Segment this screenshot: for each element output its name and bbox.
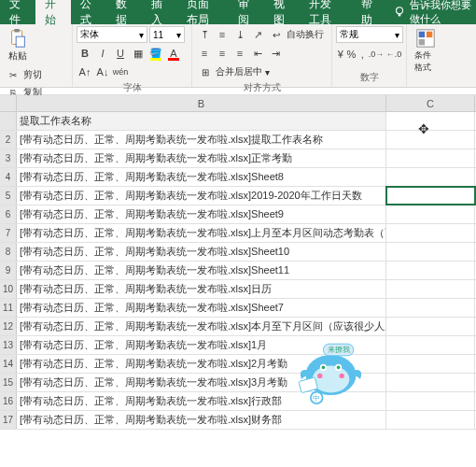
dec-dec-button[interactable]: ←.0 xyxy=(385,46,402,63)
chevron-down-icon: ▾ xyxy=(139,30,144,40)
percent-button[interactable]: % xyxy=(346,46,357,63)
cell[interactable]: [带有动态日历、正常、周期考勤表统一发布啦.xlsx]Sheet8 xyxy=(17,168,386,186)
merge-button[interactable]: ⊞合并后居中▾ xyxy=(196,64,328,80)
orientation-button[interactable]: ↗ xyxy=(249,26,266,43)
align-right-button[interactable]: ≡ xyxy=(231,45,248,62)
cell[interactable]: [带有动态日历、正常、周期考勤表统一发布啦.xlsx]Sheet11 xyxy=(17,262,386,279)
cell[interactable]: [带有动态日历、正常、周期考勤表统一发布啦.xlsx]Sheet9 xyxy=(17,205,386,223)
underline-button[interactable]: U xyxy=(112,45,129,62)
border-button[interactable]: ▦ xyxy=(130,45,147,62)
chevron-down-icon: ▾ xyxy=(265,67,270,78)
row-header[interactable]: 9 xyxy=(0,262,17,279)
chevron-down-icon: ▾ xyxy=(395,30,399,40)
align-bottom-button[interactable]: ⤓ xyxy=(231,26,248,43)
font-grow-button[interactable]: A↑ xyxy=(77,64,93,80)
row-header[interactable]: 14 xyxy=(0,355,17,373)
align-middle-button[interactable]: ≡ xyxy=(214,26,231,43)
paste-button[interactable]: 粘贴 xyxy=(4,26,32,64)
number-format-select[interactable]: 常规▾ xyxy=(336,26,403,43)
italic-button[interactable]: I xyxy=(94,45,111,62)
wrap-icon: ↩ xyxy=(269,27,284,42)
cut-button[interactable]: ✂剪切 xyxy=(4,66,53,83)
cell[interactable] xyxy=(386,224,475,242)
cell[interactable] xyxy=(386,168,475,186)
cell[interactable] xyxy=(386,411,475,429)
row-header[interactable]: 16 xyxy=(0,392,17,410)
comma-button[interactable]: , xyxy=(357,46,367,63)
row-header[interactable]: 3 xyxy=(0,149,17,167)
cell[interactable]: [带有动态日历、正常、周期考勤表统一发布啦.xlsx]Sheet10 xyxy=(17,243,386,261)
col-header-b[interactable]: B xyxy=(17,95,386,111)
cell[interactable] xyxy=(386,262,475,279)
font-shrink-button[interactable]: A↓ xyxy=(94,64,111,80)
row-header[interactable]: 4 xyxy=(0,168,17,186)
wrap-text-button[interactable]: ↩自动换行 xyxy=(267,26,326,43)
row-header[interactable]: 17 xyxy=(0,411,17,429)
fill-color-button[interactable]: 🪣 xyxy=(147,45,164,62)
cell[interactable]: 提取工作表名称 xyxy=(17,112,386,130)
row-header[interactable]: 11 xyxy=(0,299,17,317)
row-header[interactable]: 7 xyxy=(0,224,17,242)
cell[interactable]: [带有动态日历、正常、周期考勤表统一发布啦.xlsx]日历 xyxy=(17,280,386,298)
svg-point-12 xyxy=(322,366,326,370)
row-header[interactable]: 12 xyxy=(0,318,17,335)
number-label: 数字 xyxy=(336,70,402,85)
cell[interactable] xyxy=(386,280,475,298)
col-header-c[interactable]: C xyxy=(386,95,475,111)
cell[interactable] xyxy=(386,374,475,391)
cond-format-button[interactable]: 条件格式 xyxy=(411,26,441,76)
phonetic-button[interactable]: wén xyxy=(112,64,129,80)
align-top-button[interactable]: ⤒ xyxy=(196,26,213,43)
cell[interactable] xyxy=(386,205,475,223)
menu-tabs: 文件 开始 公式 数据 插入 页面布局 审阅 视图 开发工具 帮助 告诉我你想要… xyxy=(0,0,476,24)
bold-button[interactable]: B xyxy=(77,45,93,62)
font-label: 字体 xyxy=(77,80,188,95)
cell[interactable] xyxy=(386,243,475,261)
cell[interactable]: [带有动态日历、正常、周期考勤表统一发布啦.xlsx]正常考勤 xyxy=(17,149,386,167)
cell[interactable]: [带有动态日历、正常、周期考勤表统一发布啦.xlsx]上月至本月区间动态考勤表（… xyxy=(17,224,386,242)
cell[interactable] xyxy=(386,355,475,373)
indent-inc-button[interactable]: ⇥ xyxy=(267,45,284,62)
font-name-select[interactable]: 宋体▾ xyxy=(77,26,147,43)
tell-me[interactable]: 告诉我你想要做什么 xyxy=(393,0,476,26)
row-header[interactable]: 15 xyxy=(0,374,17,391)
cell[interactable]: [带有动态日历、正常、周期考勤表统一发布啦.xlsx]2019-2020年工作日… xyxy=(17,187,386,205)
row-header[interactable]: 2 xyxy=(0,131,17,149)
group-align: ⤒ ≡ ⤓ ↗ ↩自动换行 ≡ ≡ ≡ ⇤ ⇥ ⊞合并后居中▾ 对齐方式 xyxy=(192,24,332,87)
cell[interactable] xyxy=(386,131,475,149)
cell[interactable] xyxy=(386,299,475,317)
font-size-select[interactable]: 11▾ xyxy=(149,26,185,43)
dec-inc-button[interactable]: .0→ xyxy=(368,46,385,63)
row-header[interactable] xyxy=(0,112,17,130)
row-header[interactable]: 10 xyxy=(0,280,17,298)
row-header[interactable]: 8 xyxy=(0,243,17,261)
cell[interactable]: [带有动态日历、正常、周期考勤表统一发布啦.xlsx]财务部 xyxy=(17,411,386,429)
align-left-button[interactable]: ≡ xyxy=(196,45,213,62)
row-header[interactable]: 13 xyxy=(0,336,17,354)
svg-point-16 xyxy=(340,374,344,378)
cell[interactable]: [带有动态日历、正常、周期考勤表统一发布啦.xlsx]Sheet7 xyxy=(17,299,386,317)
cell[interactable]: [带有动态日历、正常、周期考勤表统一发布啦.xlsx]提取工作表名称 xyxy=(17,131,386,149)
align-center-button[interactable]: ≡ xyxy=(214,45,231,62)
indent-dec-button[interactable]: ⇤ xyxy=(249,45,266,62)
merge-icon: ⊞ xyxy=(198,64,213,79)
cell[interactable] xyxy=(386,392,475,410)
spreadsheet: B C 提取工作表名称2[带有动态日历、正常、周期考勤表统一发布啦.xlsx]提… xyxy=(0,95,476,430)
currency-button[interactable]: ¥ xyxy=(336,46,345,63)
cell[interactable] xyxy=(386,149,475,167)
row-header[interactable]: 5 xyxy=(0,187,17,205)
svg-point-10 xyxy=(313,366,350,393)
svg-text:中: 中 xyxy=(313,394,320,403)
column-headers: B C xyxy=(0,95,476,112)
cell[interactable] xyxy=(386,187,475,205)
cell[interactable] xyxy=(386,318,475,335)
svg-rect-3 xyxy=(14,29,19,33)
cell[interactable] xyxy=(386,336,475,354)
font-color-button[interactable]: A xyxy=(165,45,182,62)
paste-icon xyxy=(7,28,28,49)
cell[interactable] xyxy=(386,112,475,130)
select-all-corner[interactable] xyxy=(0,95,17,111)
svg-point-15 xyxy=(317,374,322,378)
row-header[interactable]: 6 xyxy=(0,205,17,223)
mascot-dolphin[interactable]: 中 来撩我 xyxy=(285,329,369,413)
